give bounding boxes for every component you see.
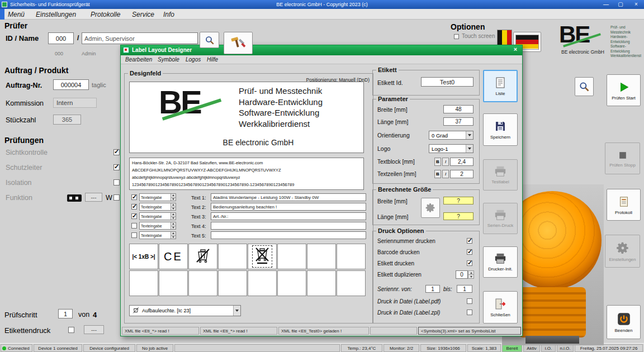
text-row-1-type-select[interactable]: Texteingabe: [139, 193, 176, 201]
menu-protokolle[interactable]: Protokolle: [91, 11, 120, 18]
text-row-2-checkbox[interactable]: [131, 204, 137, 210]
text-row-5-input[interactable]: [211, 231, 366, 239]
pruefer-name-input[interactable]: Admin, Supervisor: [82, 32, 198, 44]
menu-menue[interactable]: Menü: [8, 11, 25, 18]
etikettendruck-checkbox[interactable]: [68, 327, 74, 333]
logo-select[interactable]: Logo-1: [429, 144, 473, 153]
symbol-cell-13[interactable]: [248, 270, 277, 296]
textblock-italic-button[interactable]: I: [442, 158, 449, 166]
symbol-cell-10[interactable]: [159, 270, 188, 296]
symbol-cell-2[interactable]: CE: [159, 244, 188, 269]
dialog-menu-hilfe[interactable]: Hilfe: [207, 56, 218, 63]
barcode-drucken-checkbox[interactable]: [467, 249, 472, 255]
laenge-input[interactable]: 37: [443, 117, 473, 126]
logo-label: Logo: [377, 145, 390, 152]
symbol-cell-6[interactable]: [277, 244, 306, 269]
touchscreen-checkbox[interactable]: [454, 34, 459, 39]
etikett-id-input[interactable]: Test0: [421, 77, 473, 87]
druck-zpl-checkbox[interactable]: [467, 310, 472, 315]
brand-line-2: Hardware-Entwicklung: [610, 35, 643, 44]
seriennr-bis-input[interactable]: 1: [457, 285, 472, 293]
beenden-button[interactable]: Beenden: [607, 305, 641, 339]
symbol-cell-4[interactable]: [218, 244, 247, 269]
symbol-cell-3[interactable]: [188, 244, 217, 269]
duplizieren-spinner[interactable]: [468, 270, 474, 279]
auftrag-nr-input[interactable]: 000004: [53, 79, 89, 90]
text-row-2-input[interactable]: Bedienungsanleitung beachten !: [211, 203, 366, 211]
symbol-combobox[interactable]: Aufbauleuchte. [Ic 23]: [129, 305, 241, 316]
weee-bin-selected-icon: [253, 246, 271, 264]
textblock-input[interactable]: 2,4: [450, 158, 473, 166]
text-row-3-type-select[interactable]: Texteingabe: [139, 212, 176, 220]
textblock-bold-button[interactable]: B: [434, 158, 441, 166]
schutzleiter-checkbox[interactable]: [113, 164, 120, 170]
dialog-menu-bearbeiten[interactable]: Bearbeiten: [125, 56, 152, 63]
pruefen-stopp-button[interactable]: Prüfen Stopp: [605, 142, 640, 174]
text-row-5-checkbox[interactable]: [131, 232, 137, 238]
text-row-1-checkbox[interactable]: [131, 194, 137, 200]
isolation-checkbox[interactable]: [113, 179, 120, 185]
symbol-cell-9[interactable]: [129, 270, 158, 296]
dialog-menu-symbole[interactable]: Symbole: [158, 56, 179, 63]
address-charset-box[interactable]: Hans-Böckler-Str. 2A, D-32107 Bad Salzuf…: [129, 158, 364, 190]
zoom-search-button[interactable]: [575, 77, 594, 96]
schliessen-button[interactable]: Schließen: [483, 291, 518, 324]
minimize-button[interactable]: —: [599, 0, 613, 9]
menu-info[interactable]: Info: [163, 11, 174, 18]
textzeilen-bold-button[interactable]: B: [434, 170, 441, 178]
seriennummer-drucken-checkbox[interactable]: [467, 238, 472, 244]
symbol-cell-12[interactable]: [218, 270, 247, 296]
druck-pdf-checkbox[interactable]: [467, 298, 472, 304]
kommission-field[interactable]: Intern: [53, 98, 97, 108]
funktion-checkbox[interactable]: [113, 194, 120, 201]
text-row-5-type-select[interactable]: Texteingabe: [139, 231, 176, 239]
text-row-4-input[interactable]: [211, 222, 366, 230]
label-preview[interactable]: BE Prüf- und Messtechnik Hardware-Entwic…: [129, 82, 364, 153]
menu-service[interactable]: Service: [132, 11, 154, 18]
symbol-cell-14[interactable]: [277, 270, 306, 296]
protokoll-button[interactable]: Protokoll: [607, 189, 641, 221]
sichtkontrolle-checkbox[interactable]: [113, 149, 120, 155]
pruefschritt-input[interactable]: 1: [58, 309, 73, 318]
drucker-init-button[interactable]: Drucker-Init.: [483, 246, 518, 278]
pruefer-search-button[interactable]: [200, 32, 219, 48]
berechnen-button[interactable]: [421, 198, 440, 218]
text-row-4-checkbox[interactable]: [131, 223, 137, 229]
text-row-5-label: Text 5:: [191, 233, 206, 239]
seriennr-von-input[interactable]: 1: [425, 285, 440, 293]
dialog-menu-logos[interactable]: Logos: [186, 56, 201, 63]
etikett-drucken-checkbox[interactable]: [467, 260, 472, 266]
text-row-4-type-select[interactable]: Texteingabe: [139, 222, 176, 230]
kommission-value: Intern: [56, 99, 73, 106]
exit-door-icon: [494, 297, 507, 311]
status-scale: Scale: 1,383: [467, 344, 501, 352]
textzeilen-italic-button[interactable]: I: [442, 170, 449, 178]
symbol-cell-15[interactable]: [307, 270, 336, 296]
testlabel-button[interactable]: Testlabel: [483, 159, 518, 191]
maximize-button[interactable]: ▢: [614, 0, 627, 9]
einstellungen-button[interactable]: Einstellungen: [605, 235, 640, 268]
serien-druck-button[interactable]: Serien-Druck: [483, 203, 518, 234]
text-row-1-input[interactable]: Aladins Wunderlampe - Leistung 100W - St…: [211, 193, 366, 201]
symbol-cell-11[interactable]: [188, 270, 217, 296]
symbol-cell-8[interactable]: [337, 244, 366, 269]
breite-input[interactable]: 48: [443, 105, 473, 113]
orientierung-select[interactable]: 0 Grad: [429, 131, 473, 140]
menu-einstellungen[interactable]: Einstellungen: [36, 11, 76, 18]
text-row-2-type-select[interactable]: Texteingabe: [139, 203, 176, 211]
symbol-cell-1[interactable]: |< 1xB >|: [129, 244, 158, 269]
symbol-cell-7[interactable]: [307, 244, 336, 269]
text-row-3-checkbox[interactable]: [131, 213, 137, 219]
symbol-cell-16[interactable]: [337, 270, 366, 296]
dialog-close-button[interactable]: ×: [511, 46, 520, 53]
text-row-3-input[interactable]: Art.-Nr.:: [211, 212, 366, 220]
speichern-button[interactable]: Speichern: [483, 113, 518, 146]
symbol-cell-5[interactable]: [248, 244, 277, 269]
pruefer-id-input[interactable]: 000: [48, 32, 74, 44]
etikett-duplizieren-input[interactable]: 0: [456, 270, 468, 279]
pruefer-tools-button[interactable]: [224, 32, 253, 54]
liste-button[interactable]: Liste: [483, 70, 518, 102]
textzeilen-input[interactable]: 2: [450, 170, 473, 178]
close-button[interactable]: ×: [629, 0, 643, 9]
pruefen-start-button[interactable]: Prüfen Start: [607, 74, 641, 106]
